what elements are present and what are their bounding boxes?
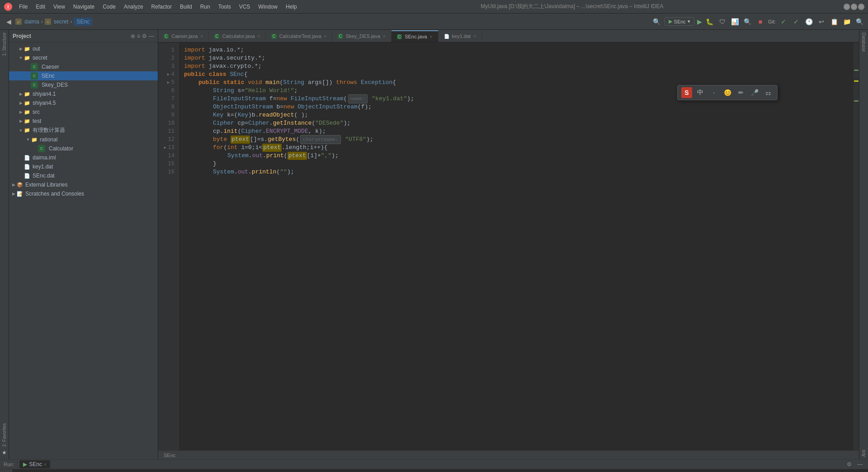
- find-button[interactable]: 🔍: [854, 17, 864, 27]
- breadcrumb-file[interactable]: SEnc: [74, 18, 92, 26]
- emoji-btn[interactable]: 😊: [722, 87, 733, 98]
- settings-icon[interactable]: ⚙: [142, 33, 147, 39]
- tab-close-key1dat[interactable]: ×: [473, 34, 476, 39]
- run-with-coverage-button[interactable]: 🛡: [717, 17, 727, 27]
- run-tab-close[interactable]: ×: [44, 462, 47, 467]
- git-commit-button[interactable]: ✓: [791, 17, 801, 27]
- tab-close-skey[interactable]: ×: [383, 34, 386, 39]
- tab-skey[interactable]: C Skey_DES.java ×: [332, 30, 392, 42]
- tab-close-caeser[interactable]: ×: [200, 34, 203, 39]
- sogou-icon[interactable]: S: [681, 87, 692, 98]
- menu-navigate[interactable]: Navigate: [70, 2, 98, 11]
- folder-icon-out: 📁: [24, 45, 31, 52]
- run-tab[interactable]: ▶ SEnc ×: [19, 460, 50, 468]
- collapse-icon[interactable]: ≡: [137, 33, 140, 39]
- tab-close-senc[interactable]: ×: [430, 34, 433, 39]
- close-button[interactable]: ×: [858, 4, 864, 10]
- structure-panel-tab[interactable]: 1: Structure: [0, 30, 8, 59]
- line-num-14: 14: [158, 152, 175, 160]
- tree-item-shiyan45[interactable]: ▶ 📁 shiyan4.5: [9, 98, 158, 107]
- edit-btn[interactable]: ✏: [736, 87, 746, 98]
- database-panel-tab[interactable]: Database: [860, 30, 868, 55]
- menu-file[interactable]: File: [15, 2, 31, 11]
- run-icon: ▶: [23, 461, 27, 467]
- floating-input-toolbar[interactable]: S 中 · 😊 ✏ 🎤 ⚏: [677, 85, 778, 100]
- punctuation-toggle[interactable]: ·: [708, 87, 719, 98]
- maximize-button[interactable]: □: [851, 4, 857, 10]
- tree-item-skey[interactable]: C Skey_DES: [9, 80, 158, 89]
- ext-libs-icon: 📦: [16, 181, 24, 188]
- menu-vcs[interactable]: VCS: [236, 2, 254, 11]
- tree-item-calculator[interactable]: C Calculator: [9, 144, 158, 153]
- code-content[interactable]: import java.io.*; import java.security.*…: [179, 42, 854, 450]
- menu-analyze[interactable]: Analyze: [120, 2, 147, 11]
- tree-item-out[interactable]: ▶ 📁 out: [9, 44, 158, 53]
- favorites-panel-tab[interactable]: 2: Favorites: [0, 421, 8, 449]
- tab-calculatortest[interactable]: C CalculatorTest.java ×: [266, 30, 332, 42]
- tree-item-sencdat[interactable]: 📄 SEnc.dat: [9, 171, 158, 180]
- window-title: MyUtil.java [D:\我的大二上\Java\daima] – ...\…: [301, 3, 844, 10]
- mic-btn[interactable]: 🎤: [749, 87, 760, 98]
- menu-view[interactable]: View: [50, 2, 69, 11]
- tree-item-rational[interactable]: ▼ 📁 rational: [9, 135, 158, 144]
- tree-item-daima-iml[interactable]: 📄 daima.iml: [9, 153, 158, 162]
- profile-button[interactable]: 📊: [730, 17, 740, 27]
- breadcrumb-project[interactable]: daima: [24, 19, 39, 25]
- tree-label-sencdat: SEnc.dat: [33, 173, 55, 179]
- stop-button[interactable]: ■: [755, 17, 765, 27]
- tree-item-shiyan41[interactable]: ▶ 📁 shiyan4.1: [9, 89, 158, 98]
- folder-icon-shiyan41: 📁: [24, 90, 31, 98]
- search-button[interactable]: 🔍: [743, 17, 753, 27]
- minimize-button[interactable]: —: [844, 4, 850, 10]
- menu-help[interactable]: Help: [282, 2, 301, 11]
- menu-edit[interactable]: Edit: [32, 2, 49, 11]
- tree-item-src[interactable]: ▶ 📁 src: [9, 107, 158, 117]
- menu-refactor[interactable]: Refactor: [148, 2, 175, 11]
- tree-item-key1dat[interactable]: 📄 key1.dat: [9, 162, 158, 171]
- run-button[interactable]: ▶: [697, 18, 702, 25]
- tree-label-senc: SEnc: [42, 73, 55, 79]
- menu-build[interactable]: Build: [176, 2, 196, 11]
- tree-item-senc[interactable]: C SEnc: [9, 71, 158, 80]
- tree-item-secret[interactable]: ▼ 📁 secret: [9, 53, 158, 62]
- run-config-selector[interactable]: ▶ SEnc ▾: [665, 17, 694, 26]
- close-panel-icon[interactable]: —: [149, 33, 154, 39]
- tab-calculator[interactable]: C Calculator.java ×: [209, 30, 266, 42]
- chinese-toggle[interactable]: 中: [695, 87, 706, 98]
- locate-icon[interactable]: ⊕: [131, 33, 135, 39]
- tree-item-test[interactable]: ▶ 📁 test: [9, 117, 158, 126]
- tab-close-calculator[interactable]: ×: [258, 34, 260, 39]
- code-line-1: import java.io.*;: [184, 46, 848, 54]
- tab-caeser[interactable]: C Caeser.java ×: [158, 30, 209, 42]
- menu-run[interactable]: Run: [197, 2, 214, 11]
- tree-arrow-rational-calc: ▼: [18, 128, 24, 133]
- tree-item-scratches[interactable]: ▶ 📝 Scratches and Consoles: [9, 189, 158, 198]
- git-revert-button[interactable]: ↩: [816, 17, 826, 27]
- breadcrumb-folder[interactable]: secret: [54, 19, 69, 25]
- minimize-panel-icon[interactable]: —: [855, 460, 864, 469]
- vcs-button1[interactable]: 📋: [829, 17, 839, 27]
- git-history-button[interactable]: 🕐: [804, 17, 814, 27]
- debug-button[interactable]: 🐛: [705, 17, 715, 27]
- menu-tools[interactable]: Tools: [215, 2, 235, 11]
- menu-btn[interactable]: ⚏: [763, 87, 774, 98]
- favorites-star-icon[interactable]: ★: [2, 449, 7, 456]
- tree-item-caeser[interactable]: C Caeser: [9, 62, 158, 71]
- dat-icon-senc: 📄: [24, 172, 31, 179]
- tree-label-secret: secret: [33, 55, 47, 61]
- search-everywhere-button[interactable]: 🔍: [652, 17, 662, 27]
- tree-item-ext-libs[interactable]: ▶ 📦 External Libraries: [9, 180, 158, 189]
- settings-icon[interactable]: ⚙: [844, 460, 854, 469]
- ant-panel-tab[interactable]: Ant: [860, 447, 868, 459]
- vcs-button2[interactable]: 📁: [842, 17, 852, 27]
- tree-item-rational-calc[interactable]: ▼ 📁 有理数计算器: [9, 126, 158, 135]
- editor-breadcrumb: SEnc: [164, 453, 175, 458]
- tab-senc[interactable]: C SEnc.java ×: [392, 30, 439, 42]
- menu-code[interactable]: Code: [99, 2, 119, 11]
- tab-key1dat[interactable]: 📄 key1.dat ×: [439, 30, 482, 42]
- tree-arrow-shiyan45: ▶: [18, 101, 24, 105]
- back-button[interactable]: ◀: [4, 17, 14, 27]
- git-check-button[interactable]: ✓: [778, 17, 788, 27]
- tab-close-calculatortest[interactable]: ×: [324, 34, 327, 39]
- menu-window[interactable]: Window: [255, 2, 281, 11]
